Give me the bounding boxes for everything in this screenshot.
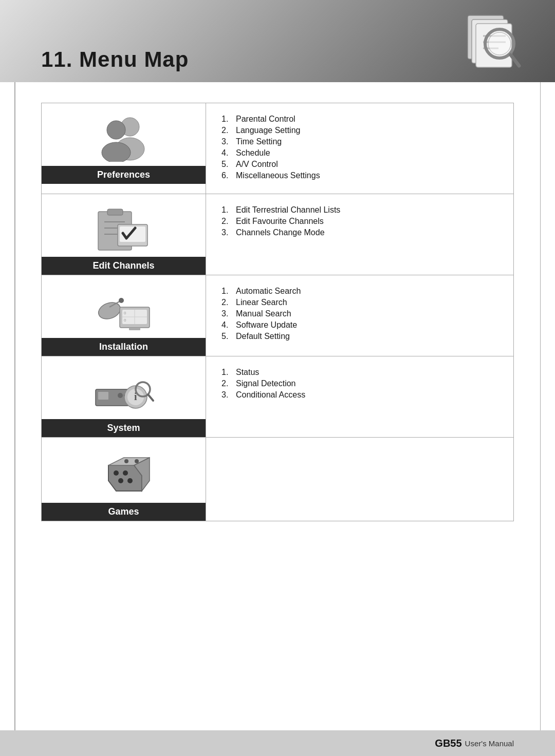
svg-point-22 bbox=[119, 298, 124, 303]
footer-subtitle: User's Manual bbox=[465, 739, 514, 748]
table-row: 0 0 Installation 1.Automatic Search 2.Li… bbox=[42, 275, 514, 356]
svg-line-38 bbox=[148, 394, 153, 401]
edit-channels-label: Edit Channels bbox=[42, 257, 206, 275]
preferences-label: Preferences bbox=[42, 166, 206, 184]
edit-channels-icon-area bbox=[42, 194, 206, 257]
svg-point-7 bbox=[488, 32, 511, 55]
svg-rect-31 bbox=[98, 392, 108, 400]
list-item: 4.Software Update bbox=[221, 320, 498, 330]
page-title: 11. Menu Map bbox=[41, 47, 189, 72]
edit-channels-items: 1.Edit Terrestrial Channel Lists 2.Edit … bbox=[206, 194, 514, 275]
games-cell: Games bbox=[42, 438, 206, 521]
svg-point-47 bbox=[135, 459, 139, 463]
edit-channels-list: 1.Edit Terrestrial Channel Lists 2.Edit … bbox=[221, 205, 498, 237]
svg-point-42 bbox=[114, 470, 119, 476]
header-icon bbox=[457, 5, 524, 77]
preferences-items: 1.Parental Control 2.Language Setting 3.… bbox=[206, 103, 514, 194]
table-row: Preferences 1.Parental Control 2.Languag… bbox=[42, 103, 514, 194]
right-border bbox=[540, 0, 541, 756]
list-item: 1.Edit Terrestrial Channel Lists bbox=[221, 205, 498, 215]
main-content: Preferences 1.Parental Control 2.Languag… bbox=[0, 82, 555, 542]
list-item: 3.Conditional Access bbox=[221, 390, 498, 400]
footer-model: GB55 bbox=[435, 738, 461, 749]
games-label: Games bbox=[42, 503, 206, 521]
edit-channels-cell: Edit Channels bbox=[42, 194, 206, 275]
installation-icon-area: 0 0 bbox=[42, 275, 206, 338]
list-item: 2.Language Setting bbox=[221, 126, 498, 135]
installation-label: Installation bbox=[42, 338, 206, 356]
installation-items: 1.Automatic Search 2.Linear Search 3.Man… bbox=[206, 275, 514, 356]
list-item: 3.Manual Search bbox=[221, 309, 498, 318]
table-row: i System 1.Status 2.Signal Detection 3.C… bbox=[42, 356, 514, 438]
system-label: System bbox=[42, 419, 206, 437]
preferences-list: 1.Parental Control 2.Language Setting 3.… bbox=[221, 115, 498, 180]
games-icon-area bbox=[42, 438, 206, 503]
table-row: Edit Channels 1.Edit Terrestrial Channel… bbox=[42, 194, 514, 275]
table-row: Games bbox=[42, 438, 514, 521]
svg-point-46 bbox=[124, 459, 128, 463]
page-footer: GB55 User's Manual bbox=[0, 730, 555, 756]
list-item: 2.Signal Detection bbox=[221, 379, 498, 388]
svg-text:0: 0 bbox=[124, 318, 126, 323]
list-item: 3.Channels Change Mode bbox=[221, 228, 498, 237]
svg-point-12 bbox=[102, 142, 131, 162]
list-item: 5.Default Setting bbox=[221, 332, 498, 341]
list-item: 5.A/V Control bbox=[221, 160, 498, 169]
list-item: 2.Linear Search bbox=[221, 298, 498, 307]
svg-rect-14 bbox=[107, 209, 123, 215]
list-item: 6.Miscellaneous Settings bbox=[221, 171, 498, 180]
installation-cell: 0 0 Installation bbox=[42, 275, 206, 356]
left-border bbox=[14, 0, 15, 756]
menu-map-table: Preferences 1.Parental Control 2.Languag… bbox=[41, 103, 514, 521]
svg-point-11 bbox=[107, 121, 125, 139]
preferences-cell: Preferences bbox=[42, 103, 206, 194]
svg-point-45 bbox=[127, 478, 133, 483]
svg-text:0: 0 bbox=[124, 311, 126, 315]
list-item: 3.Time Setting bbox=[221, 137, 498, 146]
svg-point-20 bbox=[96, 299, 123, 322]
svg-point-32 bbox=[118, 393, 123, 398]
svg-rect-25 bbox=[129, 328, 140, 330]
svg-point-43 bbox=[123, 470, 128, 476]
system-items: 1.Status 2.Signal Detection 3.Conditiona… bbox=[206, 356, 514, 438]
list-item: 1.Status bbox=[221, 368, 498, 377]
svg-point-44 bbox=[118, 478, 123, 483]
page-header: 11. Menu Map bbox=[0, 0, 555, 82]
system-cell: i System bbox=[42, 356, 206, 438]
list-item: 1.Parental Control bbox=[221, 115, 498, 124]
system-list: 1.Status 2.Signal Detection 3.Conditiona… bbox=[221, 368, 498, 400]
system-icon-area: i bbox=[42, 356, 206, 419]
list-item: 2.Edit Favourite Channels bbox=[221, 217, 498, 226]
games-items bbox=[206, 438, 514, 521]
list-item: 4.Schedule bbox=[221, 148, 498, 158]
preferences-icon-area bbox=[42, 103, 206, 166]
installation-list: 1.Automatic Search 2.Linear Search 3.Man… bbox=[221, 287, 498, 341]
list-item: 1.Automatic Search bbox=[221, 287, 498, 296]
